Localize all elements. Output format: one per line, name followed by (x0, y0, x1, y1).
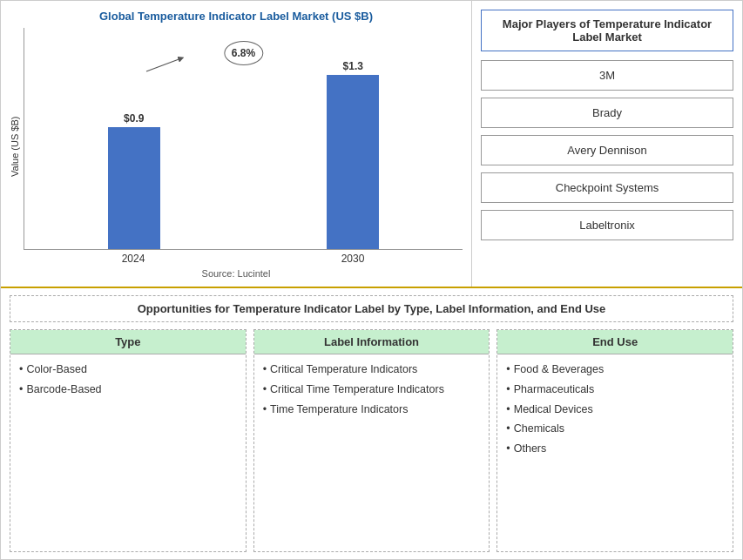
player-labeltronix: Labeltronix (481, 210, 733, 240)
x-labels: 2024 2030 (24, 250, 463, 265)
cagr-annotation: 6.8% (224, 41, 263, 65)
end-use-body: •Food & Beverages •Pharmaceuticals •Medi… (497, 354, 733, 464)
label-info-item-1: •Critical Temperature Indicators (263, 361, 481, 378)
end-use-item-3: •Medical Devices (506, 401, 724, 418)
bar-2024 (108, 127, 160, 249)
end-use-header: End Use (497, 330, 733, 354)
chart-wrapper: Value (US $B) 6.8% (10, 28, 463, 265)
bar-value-2024: $0.9 (124, 112, 144, 125)
bar-2030 (327, 75, 379, 249)
type-header: Type (10, 330, 246, 354)
end-use-item-4: •Chemicals (506, 421, 724, 437)
category-label-info: Label Information •Critical Temperature … (253, 329, 490, 552)
top-section: Global Temperature Indicator Label Marke… (1, 1, 742, 288)
bar-group-2024: $0.9 (24, 28, 244, 249)
players-title: Major Players of Temperature Indicator L… (481, 10, 733, 51)
end-use-item-5: •Others (506, 441, 724, 457)
x-label-2030: 2030 (243, 250, 463, 265)
categories-row: Type •Color-Based •Barcode-Based Label I… (10, 329, 733, 552)
label-info-item-2: •Critical Time Temperature Indicators (263, 381, 481, 398)
type-item-2: •Barcode-Based (19, 381, 237, 398)
chart-content: 6.8% (24, 28, 463, 265)
category-end-use: End Use •Food & Beverages •Pharmaceutica… (496, 329, 733, 552)
end-use-item-1: •Food & Beverages (506, 361, 724, 378)
label-info-body: •Critical Temperature Indicators •Critic… (254, 354, 490, 424)
player-3m: 3M (481, 60, 733, 91)
y-axis-label: Value (US $B) (10, 28, 20, 265)
player-checkpoint: Checkpoint Systems (481, 172, 733, 203)
type-item-1: •Color-Based (19, 361, 237, 378)
players-area: Major Players of Temperature Indicator L… (472, 1, 742, 287)
chart-title: Global Temperature Indicator Label Marke… (10, 10, 463, 23)
player-brady: Brady (481, 98, 733, 128)
bottom-section: Opportunities for Temperature Indicator … (1, 288, 742, 559)
end-use-item-2: •Pharmaceuticals (506, 381, 724, 398)
type-body: •Color-Based •Barcode-Based (10, 354, 246, 405)
main-container: Global Temperature Indicator Label Marke… (0, 0, 743, 560)
source-text: Source: Lucintel (10, 265, 463, 282)
label-info-header: Label Information (254, 330, 490, 354)
bar-group-2030: $1.3 (244, 28, 463, 249)
label-info-item-3: •Time Temperature Indicators (263, 401, 481, 418)
cagr-bubble: 6.8% (224, 41, 263, 65)
x-label-2024: 2024 (24, 250, 243, 265)
bars-area: 6.8% (24, 28, 463, 250)
bar-value-2030: $1.3 (343, 60, 363, 72)
player-avery: Avery Dennison (481, 135, 733, 165)
category-type: Type •Color-Based •Barcode-Based (10, 329, 247, 552)
bottom-title: Opportunities for Temperature Indicator … (10, 295, 733, 322)
chart-area: Global Temperature Indicator Label Marke… (1, 1, 472, 287)
